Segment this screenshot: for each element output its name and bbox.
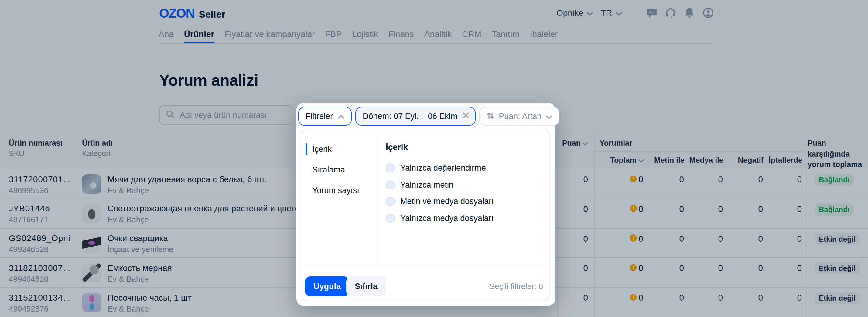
option-yalnizca-medya[interactable]: Yalnızca medya dosyaları <box>386 214 549 223</box>
sort-button[interactable]: Puan: Artan <box>479 107 559 126</box>
chevron-up-icon <box>338 112 344 121</box>
radio-icon[interactable] <box>386 163 395 172</box>
close-icon[interactable] <box>462 112 469 121</box>
apply-button[interactable]: Uygula <box>305 276 349 296</box>
period-filter-chip[interactable]: Dönem: 07 Eyl. – 06 Ekim <box>355 107 475 126</box>
radio-icon[interactable] <box>386 180 395 189</box>
selected-filters-note: Seçili filtreler: 0 <box>490 282 543 291</box>
chevron-down-icon <box>546 112 552 121</box>
filters-menu: İçerik Sıralama Yorum sayısı <box>301 129 377 265</box>
filters-panel: İçerik Sıralama Yorum sayısı İçerik Yaln… <box>301 129 550 301</box>
menu-item-icerik[interactable]: İçerik <box>301 141 377 157</box>
radio-icon[interactable] <box>386 214 395 223</box>
filters-modal: Filtreler Dönem: 07 Eyl. – 06 Ekim Puan:… <box>296 102 555 306</box>
option-yalnizca-degerlendirme[interactable]: Yalnızca değerlendirme <box>386 163 549 172</box>
option-yalnizca-metin[interactable]: Yalnızca metin <box>386 180 549 189</box>
section-title: İçerik <box>386 142 549 152</box>
filters-footer: Uygula Sıfırla Seçili filtreler: 0 <box>301 265 549 300</box>
menu-item-yorum-sayisi[interactable]: Yorum sayısı <box>301 183 377 198</box>
filters-content: İçerik Yalnızca değerlendirme Yalnızca m… <box>378 129 549 265</box>
menu-item-siralama[interactable]: Sıralama <box>301 162 377 177</box>
sort-arrows-icon <box>487 112 494 121</box>
filters-toggle-button[interactable]: Filtreler <box>298 107 352 126</box>
reset-button[interactable]: Sıfırla <box>346 276 386 296</box>
app-window: OZON Seller Opnike TR Ana Ürünler Fiyatl… <box>0 0 868 317</box>
radio-icon[interactable] <box>386 197 395 206</box>
option-metin-ve-medya[interactable]: Metin ve medya dosyaları <box>386 197 549 206</box>
filter-chip-row: Filtreler Dönem: 07 Eyl. – 06 Ekim Puan:… <box>298 107 559 126</box>
